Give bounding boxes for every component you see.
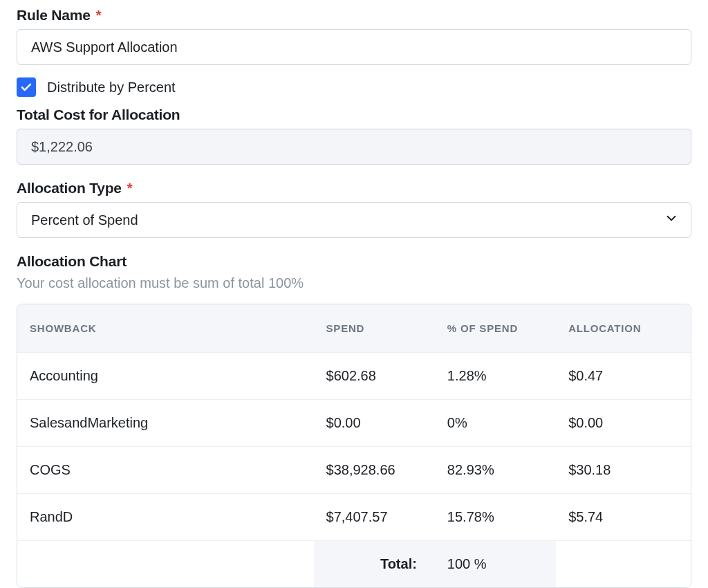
cell-pct: 1.28% <box>435 353 556 400</box>
table-row: RandD$7,407.5715.78%$5.74 <box>17 494 691 541</box>
cell-pct: 0% <box>435 400 556 447</box>
allocation-type-select[interactable] <box>17 202 691 238</box>
cell-pct: 82.93% <box>435 447 556 494</box>
total-cost-display <box>17 129 691 165</box>
total-cost-label: Total Cost for Allocation <box>17 107 691 123</box>
col-header-allocation: ALLOCATION <box>556 304 691 353</box>
allocation-total-value: 100 % <box>435 541 556 588</box>
cell-spend: $7,407.57 <box>314 494 435 541</box>
cell-spend: $602.68 <box>314 353 435 400</box>
table-row: Accounting$602.681.28%$0.47 <box>17 353 691 400</box>
checkmark-icon <box>20 81 32 93</box>
cell-showback: Accounting <box>17 353 314 400</box>
allocation-chart-title: Allocation Chart <box>17 253 691 270</box>
rule-name-input[interactable] <box>17 29 691 65</box>
allocation-type-label: Allocation Type * <box>17 180 691 196</box>
cell-alloc: $0.00 <box>556 400 691 447</box>
cell-spend: $38,928.66 <box>314 447 435 494</box>
distribute-by-percent-label: Distribute by Percent <box>47 80 176 95</box>
col-header-spend: SPEND <box>314 304 435 353</box>
allocation-total-row: Total: 100 % <box>17 541 691 588</box>
cell-alloc: $0.47 <box>556 353 691 400</box>
rule-name-label: Rule Name * <box>17 7 691 24</box>
allocation-table: SHOWBACK SPEND % OF SPEND ALLOCATION Acc… <box>17 304 691 588</box>
table-row: SalesandMarketing$0.000%$0.00 <box>17 400 691 447</box>
cell-pct: 15.78% <box>435 494 556 541</box>
cell-showback: SalesandMarketing <box>17 400 314 447</box>
cell-alloc: $5.74 <box>556 494 691 541</box>
distribute-by-percent-checkbox[interactable] <box>17 77 36 97</box>
allocation-total-label: Total: <box>314 541 435 588</box>
col-header-pct: % OF SPEND <box>435 304 556 353</box>
cell-showback: COGS <box>17 447 314 494</box>
col-header-showback: SHOWBACK <box>17 304 314 353</box>
cell-alloc: $30.18 <box>556 447 691 494</box>
table-row: COGS$38,928.6682.93%$30.18 <box>17 447 691 494</box>
allocation-chart-help: Your cost allocation must be sum of tota… <box>17 275 691 291</box>
cell-showback: RandD <box>17 494 314 541</box>
cell-spend: $0.00 <box>314 400 435 447</box>
